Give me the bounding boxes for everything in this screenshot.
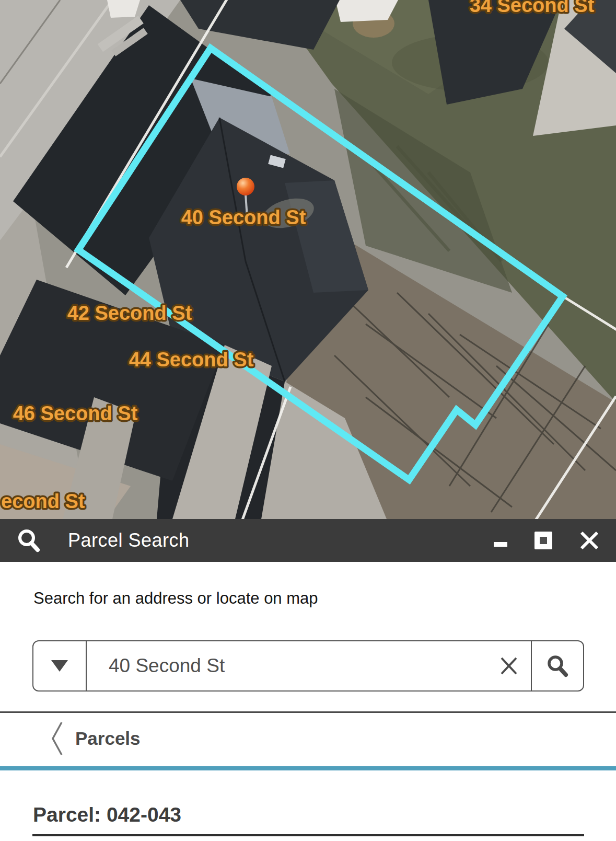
- chevron-left-icon: [50, 720, 64, 757]
- divider: [32, 834, 584, 836]
- aerial-map[interactable]: 34 Second St 40 Second St 42 Second St 4…: [0, 0, 616, 519]
- restore-icon: [534, 532, 552, 549]
- parcel-search-app: 34 Second St 40 Second St 42 Second St 4…: [0, 0, 616, 841]
- restore-button[interactable]: [534, 532, 552, 549]
- breadcrumb-label: Parcels: [75, 728, 141, 749]
- minimize-icon: [494, 542, 507, 547]
- accent-divider: [0, 766, 616, 770]
- x-icon: [499, 656, 519, 676]
- address-label: 46 Second St: [13, 402, 138, 424]
- aerial-photo: 34 Second St 40 Second St 42 Second St 4…: [0, 0, 616, 519]
- search-icon: [17, 528, 41, 552]
- window-controls: [494, 531, 599, 550]
- clear-search-button[interactable]: [487, 641, 531, 690]
- minimize-button[interactable]: [494, 535, 507, 547]
- search-instructions: Search for an address or locate on map: [33, 589, 318, 608]
- panel-body: Search for an address or locate on map: [0, 562, 616, 841]
- divider: [0, 711, 616, 713]
- address-search-input[interactable]: [87, 641, 487, 690]
- panel-titlebar: Parcel Search: [0, 519, 616, 562]
- search-submit-button[interactable]: [532, 641, 583, 690]
- breadcrumb-parcels[interactable]: Parcels: [50, 720, 141, 757]
- address-label: 44 Second St: [129, 349, 254, 371]
- address-label: econd St: [1, 490, 85, 512]
- search-options-dropdown[interactable]: [33, 641, 87, 690]
- address-label: 40 Second St: [181, 206, 306, 228]
- close-icon: [579, 531, 599, 550]
- address-label: 42 Second St: [67, 302, 192, 324]
- magnifier-icon: [546, 654, 569, 677]
- address-search-group: [32, 640, 584, 692]
- vehicle: [107, 0, 140, 18]
- triangle-down-icon: [51, 660, 68, 672]
- parcel-heading: Parcel: 042-043: [33, 803, 181, 826]
- close-button[interactable]: [579, 531, 599, 550]
- panel-title: Parcel Search: [68, 529, 190, 551]
- address-label: 34 Second St: [470, 0, 595, 16]
